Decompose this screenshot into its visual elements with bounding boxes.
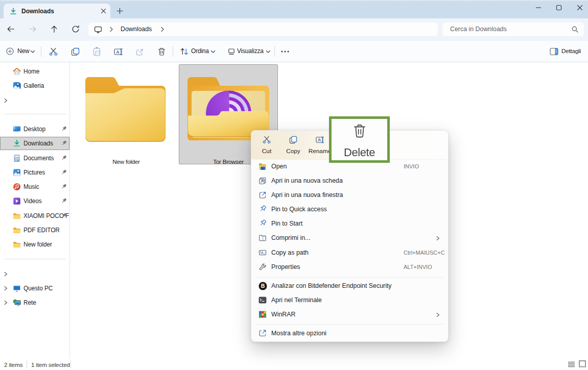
svg-text:B: B [261, 283, 265, 289]
svg-text:A: A [116, 50, 120, 55]
svg-text:A: A [318, 137, 321, 142]
